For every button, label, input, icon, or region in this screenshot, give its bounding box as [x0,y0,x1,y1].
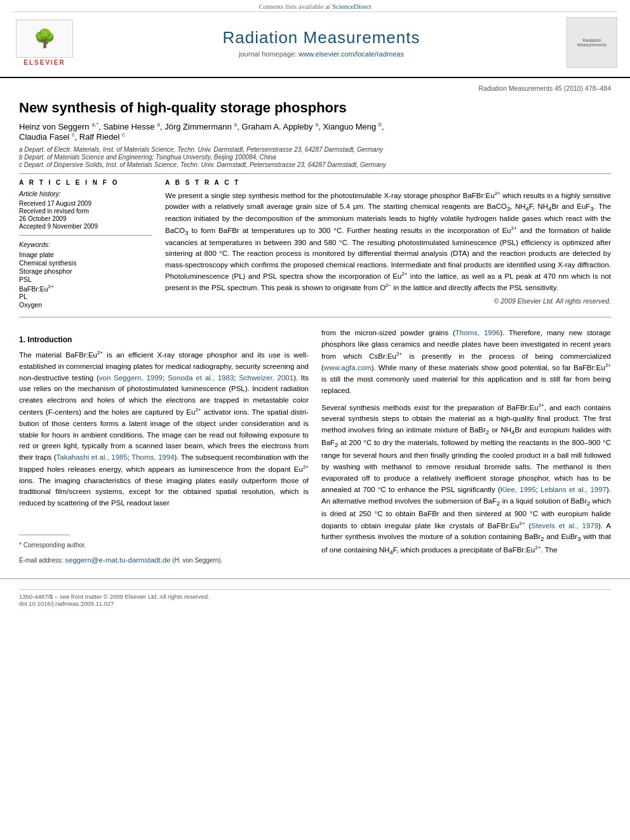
keyword-5: BaFBr:Eu2+ [19,284,152,293]
homepage-url[interactable]: www.elsevier.com/locate/radmeas [298,50,404,58]
footnote-rule [19,535,70,535]
ref-takahashi[interactable]: Takahashi et al., 1985 [56,453,127,461]
paper-content: Radiation Measurements 45 (2010) 478–484… [0,78,630,578]
journal-title: Radiation Measurements [76,28,566,48]
journal-homepage: journal homepage: www.elsevier.com/locat… [76,50,566,58]
journal-top-bar: Contents lists available at ScienceDirec… [13,0,617,12]
intro-para-1: The material BaFBr:Eu2+ is an efficient … [19,349,309,509]
doi-line: Radiation Measurements 45 (2010) 478–484 [19,84,611,92]
ref-vonseggern[interactable]: von Seggern, 1999 [99,374,163,382]
journal-branding: 🌳 ELSEVIER Radiation Measurements journa… [0,12,630,72]
affiliation-a: a Depart. of Electr. Materials, Inst. of… [19,146,611,153]
keyword-2: Chemical synthesis [19,259,152,267]
abstract-text: We present a single step synthesis metho… [165,190,611,293]
received-revised-label: Received in revised form [19,208,152,215]
paper-authors: Heinz von Seggern a,*, Sabine Hesse a, J… [19,121,611,142]
intro-para-right-2: Several synthesis methods exist for the … [321,402,611,558]
tree-icon: 🌳 [34,30,56,48]
footnote-area: * Corresponding author. E-mail address: … [19,535,309,566]
revised-date: 26 October 2009 [19,215,152,222]
sciencedirect-link[interactable]: ScienceDirect [332,3,372,10]
journal-cover-image: RadiationMeasurements [566,17,617,68]
keywords-divider [19,235,152,236]
received-date: Received 17 August 2009 [19,200,152,207]
journal-header: Contents lists available at ScienceDirec… [0,0,630,78]
footnote-star: * Corresponding author. [19,542,86,549]
email-label: E-mail address: [19,557,63,564]
abstract-col: A B S T R A C T We present a single step… [165,179,611,310]
footnote-email-link[interactable]: seggern@e-mat.tu-darmstadt.de [65,556,170,564]
abstract-label: A B S T R A C T [165,179,611,186]
footnote-name: (H. von Seggern). [172,557,222,564]
paper-title: New synthesis of high-quality storage ph… [19,100,611,116]
article-info-label: A R T I C L E I N F O [19,179,152,186]
ref-agfa[interactable]: www.agfa.com [324,364,372,371]
article-info-abstract-section: A R T I C L E I N F O Article history: R… [19,179,611,310]
body-left-col: 1. Introduction The material BaFBr:Eu2+ … [19,328,309,566]
divider-1 [19,173,611,174]
ref-stevels[interactable]: Stevels et al., 1979 [531,521,598,529]
keyword-1: Image plate [19,251,152,258]
elsevier-wordmark: ELSEVIER [23,59,65,66]
intro-heading: 1. Introduction [19,334,309,345]
ref-leblans[interactable]: Leblans et al., 1997 [540,486,607,493]
homepage-label: journal homepage: [239,50,297,58]
issn-text: 1350-4487/$ – see front matter © 2009 El… [19,593,210,600]
paper-affiliations: a Depart. of Electr. Materials, Inst. of… [19,146,611,168]
elsevier-logo: 🌳 ELSEVIER [13,20,76,66]
body-two-col: 1. Introduction The material BaFBr:Eu2+ … [19,328,611,566]
affiliation-c: c Depart. of Dispersive Solids, Inst. of… [19,161,611,168]
article-info-col: A R T I C L E I N F O Article history: R… [19,179,152,310]
keyword-3: Storage phosphor [19,267,152,275]
divider-2 [19,317,611,317]
doi-text: doi:10.1016/j.radmeas.2009.11.027 [19,600,114,607]
ref-thoms1994[interactable]: Thoms, 1994 [131,453,174,461]
journal-title-area: Radiation Measurements journal homepage:… [76,28,566,58]
ref-sonoda[interactable]: Sonoda et al., 1983 [168,374,234,382]
footnote-email-block: E-mail address: seggern@e-mat.tu-darmsta… [19,555,309,566]
paper-footer: 1350-4487/$ – see front matter © 2009 El… [0,578,630,611]
ref-schweizer[interactable]: Schweizer, 2001 [239,374,293,382]
intro-para-right-1: from the micron-sized powder grains (Tho… [321,328,611,397]
accepted-date: Accepted 9 November 2009 [19,223,152,230]
footnote-corresponding: * Corresponding author. [19,540,309,550]
history-label: Article history: [19,190,152,197]
copyright-line: © 2009 Elsevier Ltd. All rights reserved… [165,297,611,305]
keyword-6: PL [19,293,152,300]
ref-klee[interactable]: Klee, 1995 [500,486,536,493]
keyword-4: PSL [19,276,152,283]
affiliation-b: b Depart. of Materials Science and Engin… [19,154,611,161]
contents-available-text: Contents lists available at [258,3,330,10]
elsevier-logo-img: 🌳 [16,20,73,58]
keywords-label: Keywords: [19,241,152,248]
ref-thoms1996[interactable]: Thoms, 1996 [455,329,500,337]
body-right-col: from the micron-sized powder grains (Tho… [321,328,611,566]
issn-line: 1350-4487/$ – see front matter © 2009 El… [19,589,611,607]
keyword-7: Oxygen [19,301,152,309]
